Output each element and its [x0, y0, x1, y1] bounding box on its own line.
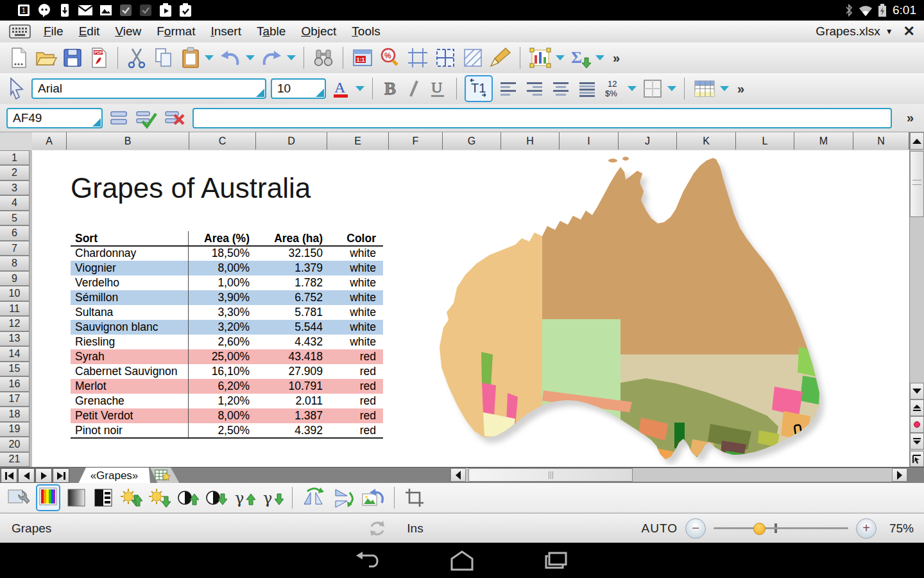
chart-dropdown-caret[interactable] [556, 55, 565, 60]
page-up-button[interactable] [910, 399, 924, 416]
undo-icon[interactable] [218, 46, 243, 69]
open-icon[interactable] [34, 46, 57, 69]
column-header-N[interactable]: N [853, 132, 909, 150]
table-row-pinot-noir[interactable]: Pinot noir2,50%4.392red [71, 423, 383, 438]
selection-mode-corner-button[interactable] [910, 451, 924, 467]
scroll-down-button[interactable] [910, 383, 924, 399]
grayscale-icon[interactable] [65, 487, 87, 509]
column-header-G[interactable]: G [443, 132, 501, 150]
zoom-percent-icon[interactable]: % [379, 46, 402, 69]
sheet-tab-grapes[interactable]: «Grapes» [78, 468, 150, 484]
clone-formatting-icon[interactable] [489, 46, 512, 69]
table-style-icon[interactable] [692, 77, 717, 100]
table-row-chardonnay[interactable]: Chardonnay18,50%32.150white [71, 246, 383, 261]
table-row-sémillon[interactable]: Sémillon3,90%6.752white [71, 290, 383, 305]
keyboard-icon[interactable] [9, 24, 31, 39]
row-header-13[interactable]: 13 [0, 331, 30, 346]
australia-wine-regions-map[interactable] [420, 154, 887, 465]
font-color-caret[interactable] [355, 86, 364, 91]
reset-image-icon[interactable] [360, 486, 386, 509]
column-header-C[interactable]: C [189, 132, 256, 150]
row-header-7[interactable]: 7 [0, 241, 30, 256]
sum-icon[interactable] [108, 107, 129, 129]
table-row-petit-verdot[interactable]: Petit Verdot8,00%1.387red [71, 408, 383, 423]
redo-icon[interactable] [259, 46, 284, 69]
scroll-left-button[interactable] [450, 468, 466, 482]
reject-icon[interactable] [164, 107, 187, 129]
align-left-icon[interactable] [497, 77, 519, 100]
toolbar-overflow-button[interactable]: » [609, 51, 624, 66]
column-header-L[interactable]: L [736, 132, 794, 150]
contrast-down-icon[interactable] [204, 486, 227, 509]
find-icon[interactable] [312, 46, 335, 69]
align-right-icon[interactable] [524, 77, 545, 100]
gamma-down-icon[interactable]: γ [261, 486, 284, 509]
table-row-syrah[interactable]: Syrah25,00%43.418red [71, 349, 383, 364]
formula-input[interactable] [194, 110, 891, 126]
column-header-A[interactable]: A [32, 132, 67, 150]
table-row-cabernet-sauvignon[interactable]: Cabernet Sauvignon16,10%27.909red [71, 364, 383, 379]
color-mode-button-active[interactable] [36, 484, 60, 511]
image-properties-icon[interactable] [6, 486, 31, 509]
row-header-17[interactable]: 17 [0, 392, 30, 407]
cut-icon[interactable] [126, 46, 148, 69]
row-header-8[interactable]: 8 [0, 256, 30, 270]
accept-icon[interactable] [135, 107, 158, 129]
column-header-D[interactable]: D [256, 132, 327, 150]
last-sheet-button[interactable] [53, 468, 69, 483]
menu-insert[interactable]: Insert [203, 24, 249, 39]
formula-overflow-button[interactable]: » [903, 110, 918, 125]
sum-dropdown-caret[interactable] [595, 55, 604, 60]
black-white-icon[interactable] [92, 487, 114, 509]
table-style-caret[interactable] [720, 86, 729, 91]
zoom-100-icon[interactable]: 1:1 [351, 46, 374, 69]
save-icon[interactable] [62, 46, 83, 69]
undo-dropdown-caret[interactable] [246, 55, 255, 60]
column-header-F[interactable]: F [389, 132, 443, 150]
table-row-riesling[interactable]: Riesling2,60%4.432white [71, 335, 383, 349]
column-header-K[interactable]: K [677, 132, 736, 150]
new-document-icon[interactable] [8, 46, 30, 69]
copy-icon[interactable] [152, 46, 175, 69]
back-icon[interactable] [354, 550, 381, 572]
zoom-in-button[interactable]: + [856, 518, 877, 539]
cell-borders-caret[interactable] [667, 86, 676, 91]
borders-all-icon[interactable] [434, 46, 457, 69]
table-row-sauvignon-blanc[interactable]: Sauvignon blanc3,20%5.544white [71, 320, 383, 335]
export-pdf-icon[interactable]: PDF [88, 46, 110, 69]
navigation-dot-button[interactable] [910, 416, 924, 433]
column-header-M[interactable]: M [794, 132, 853, 150]
row-header-21[interactable]: 21 [0, 452, 30, 467]
font-size-combo[interactable] [271, 78, 326, 99]
brightness-up-icon[interactable] [119, 486, 142, 509]
recents-icon[interactable] [543, 550, 570, 572]
cell-reference-input[interactable] [8, 110, 101, 126]
column-header-H[interactable]: H [501, 132, 560, 150]
column-header-J[interactable]: J [619, 132, 677, 150]
horizontal-scrollbar[interactable] [450, 468, 908, 482]
insert-chart-icon[interactable] [528, 46, 552, 69]
redo-dropdown-caret[interactable] [287, 55, 296, 60]
table-row-merlot[interactable]: Merlot6,20%10.791red [71, 379, 383, 394]
number-format-icon[interactable]: 12$% [603, 77, 624, 100]
row-header-10[interactable]: 10 [0, 286, 30, 301]
menu-file[interactable]: File [36, 24, 71, 39]
column-header-I[interactable]: I [560, 132, 619, 150]
previous-sheet-button[interactable] [18, 468, 35, 483]
row-header-5[interactable]: 5 [0, 211, 30, 225]
vertical-scroll-thumb[interactable] [910, 151, 924, 217]
menu-object[interactable]: Object [293, 24, 344, 39]
table-row-verdelho[interactable]: Verdelho1,00%1.782white [71, 276, 383, 290]
horizontal-scroll-thumb[interactable] [468, 468, 633, 482]
vertical-scrollbar[interactable] [909, 132, 924, 467]
contrast-up-icon[interactable] [176, 486, 199, 509]
brightness-down-icon[interactable] [148, 486, 171, 509]
table-row-viognier[interactable]: Viognier8,00%1.379white [71, 261, 383, 276]
hatching-icon[interactable] [461, 46, 484, 69]
row-header-4[interactable]: 4 [0, 195, 30, 210]
row-header-6[interactable]: 6 [0, 225, 30, 240]
cell-borders-icon[interactable] [641, 77, 664, 100]
column-header-B[interactable]: B [67, 132, 189, 150]
crop-icon[interactable] [403, 486, 426, 509]
next-sheet-button[interactable] [35, 468, 52, 483]
